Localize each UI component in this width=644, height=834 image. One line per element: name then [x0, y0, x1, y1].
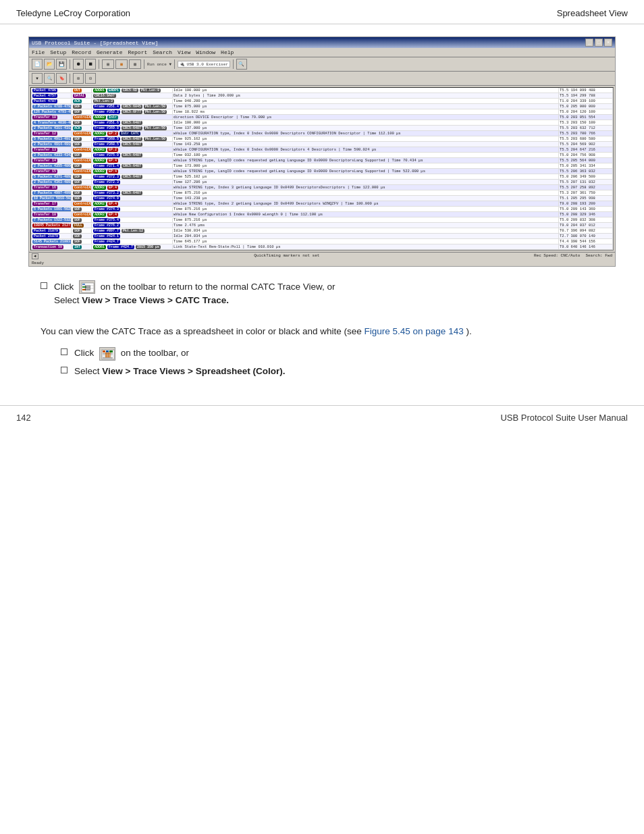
page-link[interactable]: on page 143: [413, 326, 464, 336]
expand-button[interactable]: ⊞: [73, 73, 84, 84]
open-button[interactable]: 📂: [44, 59, 55, 70]
search-fwd-label: Search: Fwd: [585, 253, 612, 259]
row-id: Transfer 13: [31, 148, 72, 152]
click-label-2: Click: [74, 348, 97, 358]
row-badges: Frame #352.2 CRC5:6F77 Pkt.Len:50: [92, 110, 173, 114]
row-type: SOF: [72, 105, 92, 109]
app-title: USB Protocol Suite - [Spreadsheet View]: [32, 40, 158, 46]
row-badges: ADDR2 EP:2 Intr CATC: [92, 132, 173, 136]
row-badges: Frame #374.9: [92, 197, 173, 201]
row-badges: Pkt.Len:3: [92, 99, 173, 103]
row-type: ControlXFR: [72, 159, 92, 163]
menu-generate[interactable]: Generate: [97, 49, 122, 55]
view-menu-path-2: View > Trace Views > Spreadsheet (Color)…: [102, 366, 285, 376]
menu-view[interactable]: View: [178, 49, 190, 55]
bookmark-button[interactable]: 🔖: [56, 73, 67, 84]
row-badges: ADDR1 ENDP1 CRC5:6D Pkt.Len:8: [92, 88, 173, 93]
status-text: QuickTiming markers not set: [40, 253, 534, 259]
row-time: T5.0 206 349 500: [559, 174, 613, 179]
row-badges: Frame #424.7: [92, 240, 173, 244]
table-row: 2 Packets 4311-4312 ACK Frame #369.8 CRC…: [31, 126, 613, 131]
row-type: SOF: [72, 175, 92, 179]
table-row: Transfer 15 ControlXFR ADDR2 EP:4 wValue…: [31, 169, 613, 174]
row-desc: Time 645.177 µs: [173, 239, 559, 244]
select-label-1: Select: [54, 295, 82, 305]
table-row: Packet 21879 SOF Frame #424.1 Idle 204.0…: [31, 234, 613, 239]
save-button[interactable]: 💾: [56, 59, 67, 70]
row-desc: Time 875.210 µs: [173, 190, 559, 195]
separator1: [70, 59, 70, 69]
row-id: 10845 Packets 21277: [31, 224, 72, 228]
row-desc: Time 18.922 ms: [173, 109, 559, 114]
row-id: Packet 21879: [31, 229, 72, 233]
row-id: Packet 21879: [31, 234, 72, 238]
catc-trace-button[interactable]: ▤: [102, 59, 114, 69]
row-time: T4.4 390 544 156: [559, 239, 613, 244]
collapse-button[interactable]: ⊟: [85, 73, 96, 84]
scroll-left-button[interactable]: ◄: [32, 253, 38, 259]
menu-record[interactable]: Record: [72, 49, 91, 55]
table-row: 126 Packets 4793-4918 SOF Frame #352.2 C…: [31, 109, 613, 115]
row-time: T9.0 204 037 012: [559, 223, 613, 228]
row-id: Transfer 16: [31, 186, 72, 190]
menu-help[interactable]: Help: [221, 49, 234, 55]
toolbar-row1: 📄 📂 💾 ⏺ ⏹ ▤ ▦ ▧ Run once ▼ 🔌 USB 3.0 Exe…: [29, 57, 615, 72]
menu-report[interactable]: Report: [128, 49, 147, 55]
row-badges: ADDR2 EP:2: [92, 148, 173, 152]
section-title: Spreadsheet View: [557, 8, 628, 18]
minimize-button[interactable]: _: [585, 38, 593, 47]
zoom-in-button[interactable]: 🔍: [236, 59, 247, 70]
menu-window[interactable]: Window: [196, 49, 215, 55]
filter-button[interactable]: ▼: [32, 73, 43, 84]
row-desc: wValue STRING type, LangID codes request…: [173, 169, 559, 174]
spreadsheet-bw-button[interactable]: ▧: [129, 59, 141, 69]
new-button[interactable]: 📄: [32, 59, 43, 70]
catc-trace-toolbar-icon: [79, 280, 95, 294]
row-badges: Frame #373.2 CRC5:6407: [92, 191, 173, 195]
record-button[interactable]: ⏺: [73, 59, 84, 70]
row-time: T5.5 194 099 488: [559, 88, 613, 93]
run-once-label: Run once ▼: [147, 62, 171, 67]
svg-rect-0: [82, 283, 94, 292]
figure-link[interactable]: Figure 5.45: [365, 326, 410, 336]
row-desc: wValue CONFIGURATION type, Index 0 Index…: [173, 131, 559, 136]
body-paragraph: You can view the CATC Trace as a spreads…: [41, 324, 603, 339]
table-row: Transfer 12 ControlXFR ADDR2 EP:2 Intr C…: [31, 131, 613, 136]
row-badges: ADDR2 EP:4: [92, 213, 173, 217]
svg-rect-11: [103, 355, 113, 357]
stop-button[interactable]: ⏹: [85, 59, 96, 70]
search2-button[interactable]: 🔍: [44, 73, 55, 84]
row-id: 5 Packets 4913-4917: [31, 137, 72, 141]
row-id: 7 Packets 4788-4792: [31, 105, 72, 109]
separator4: [174, 59, 175, 69]
row-desc: Time 137.000 µs: [173, 126, 559, 130]
row-badges: Frame #374.3: [92, 207, 173, 211]
spreadsheet-color-button[interactable]: ▦: [115, 59, 128, 69]
maximize-button[interactable]: □: [595, 38, 603, 47]
row-desc: Time 875.216 µs: [173, 207, 559, 211]
row-time: T5.0 209 143 360: [559, 207, 613, 211]
row-desc: Time 143.238 µs: [173, 196, 559, 201]
row-badges: Frame #372.3: [92, 180, 173, 184]
row-time: T5.0 204 120 100: [559, 109, 613, 114]
menu-search[interactable]: Search: [153, 49, 172, 55]
menu-file[interactable]: File: [32, 49, 45, 55]
app-window: USB Protocol Suite - [Spreadsheet View] …: [29, 37, 615, 266]
row-desc: wValue CONFIGURATION type, Index 0 Index…: [173, 147, 559, 152]
app-status-bar: ◄ QuickTiming markers not set Rec Speed:…: [29, 252, 615, 260]
row-time: T5.5 207 131 832: [559, 180, 613, 184]
row-desc: Time 875.216 µs: [173, 217, 559, 222]
close-button[interactable]: ×: [604, 38, 612, 47]
table-row: 5 Packets 1001-5028 SOF Frame #374.3 Tim…: [31, 207, 613, 212]
row-badges: Frame #351.6 CRC5:6407: [92, 121, 173, 125]
menu-setup[interactable]: Setup: [50, 49, 66, 55]
toolbar-row2: ▼ 🔍 🔖 ⊞ ⊟: [29, 72, 615, 86]
row-id: Transfer 15: [31, 170, 72, 174]
row-time: T5.5 203 700 766: [559, 131, 613, 136]
app-ready-bar: Ready: [29, 260, 615, 266]
usb-label: 🔌 USB 3.0 Exerciser: [178, 61, 230, 68]
svg-rect-5: [82, 289, 86, 290]
body-text-main: You can view the CATC Trace as a spreads…: [41, 326, 362, 336]
row-badges: Frame #424.1: [92, 234, 173, 238]
table-row: 10 Packets 5010-5020 SOF Frame #374.9 Ti…: [31, 196, 613, 201]
